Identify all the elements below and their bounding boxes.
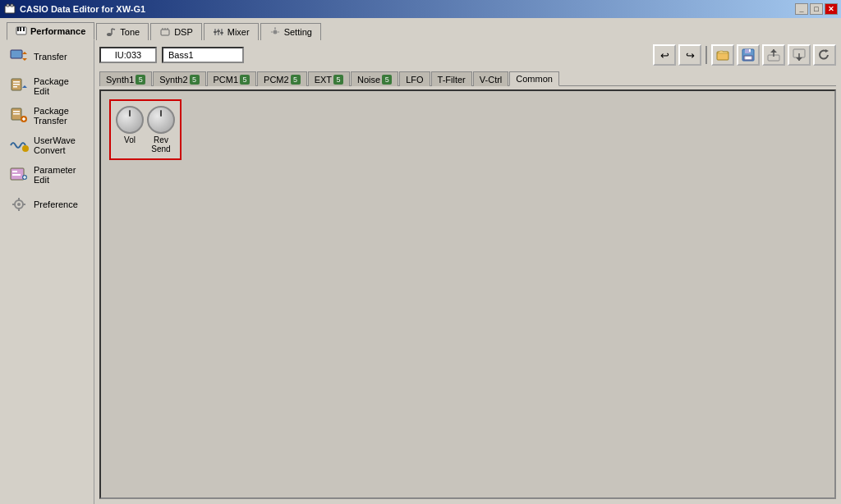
sidebar-item-userwave-convert-label: UserWaveConvert: [34, 135, 76, 155]
sub-tab-v-ctrl-label: V-Ctrl: [480, 75, 503, 85]
svg-rect-30: [13, 111, 20, 112]
content-area: Transfer PackageEdit: [0, 39, 841, 504]
app-icon: [3, 2, 16, 16]
tab-tone-label: Tone: [120, 27, 140, 37]
svg-rect-25: [13, 81, 20, 83]
transfer-icon: [9, 47, 29, 66]
sub-tab-noise-badge: 5: [382, 75, 392, 85]
rev-send-knob[interactable]: [147, 106, 175, 134]
svg-point-20: [273, 30, 277, 34]
vol-knob[interactable]: [116, 106, 144, 134]
sidebar-item-parameter-edit-label: ParameterEdit: [34, 165, 76, 185]
maximize-button[interactable]: □: [810, 3, 823, 15]
sub-tab-synth2[interactable]: Synth2 5: [153, 71, 205, 86]
save-button[interactable]: [737, 44, 760, 66]
svg-line-9: [112, 29, 115, 30]
right-panel: IU:033 ↩ ↪: [94, 39, 841, 504]
sub-tab-ext[interactable]: EXT 5: [308, 71, 350, 86]
vol-knob-item: Vol: [116, 106, 144, 144]
tab-setting[interactable]: Setting: [260, 23, 321, 40]
sidebar-item-preference[interactable]: Preference: [3, 190, 90, 218]
sub-tab-synth2-badge: 5: [190, 75, 200, 85]
sub-tab-common[interactable]: Common: [509, 71, 559, 86]
open-button[interactable]: [711, 44, 734, 66]
tab-mixer[interactable]: Mixer: [204, 23, 259, 40]
svg-marker-22: [22, 52, 27, 54]
svg-rect-53: [749, 49, 751, 52]
sidebar-item-transfer-label: Transfer: [34, 52, 67, 62]
sidebar-item-package-edit-label: PackageEdit: [34, 76, 69, 96]
sub-tab-noise[interactable]: Noise 5: [351, 71, 398, 86]
tab-setting-label: Setting: [284, 27, 312, 37]
svg-rect-4: [17, 27, 19, 31]
download-button[interactable]: [788, 44, 811, 66]
svg-marker-56: [770, 49, 777, 53]
sub-tab-pcm2[interactable]: PCM2 5: [257, 71, 307, 86]
svg-point-35: [22, 145, 29, 152]
undo-button[interactable]: ↩: [653, 44, 676, 66]
svg-rect-52: [746, 57, 751, 59]
toolbar-right: ↩ ↪: [653, 44, 836, 66]
app-title: CASIO Data Editor for XW-G1: [20, 4, 145, 14]
id-field: IU:033: [99, 47, 157, 63]
svg-rect-21: [11, 50, 22, 58]
tab-performance[interactable]: Performance: [7, 22, 94, 40]
common-knob-group: Vol RevSend: [109, 99, 182, 160]
package-edit-icon: [9, 76, 29, 96]
sidebar-item-parameter-edit[interactable]: ParameterEdit: [3, 161, 90, 189]
gear-icon: [269, 26, 281, 38]
main-content-panel: Vol RevSend: [99, 89, 836, 499]
sidebar-item-preference-label: Preference: [34, 199, 78, 209]
svg-marker-60: [825, 49, 829, 53]
upload-button[interactable]: [762, 44, 785, 66]
piano-icon: [16, 25, 27, 37]
name-field[interactable]: [162, 47, 244, 63]
tab-performance-label: Performance: [30, 26, 85, 36]
rev-send-knob-item: RevSend: [147, 106, 175, 153]
rev-send-knob-label: RevSend: [151, 135, 170, 153]
svg-point-7: [107, 33, 112, 36]
svg-rect-10: [161, 30, 169, 35]
sub-tab-synth1-badge: 5: [136, 75, 145, 85]
tab-dsp-label: DSP: [174, 27, 193, 37]
main-window: Performance Tone DSP: [0, 18, 841, 504]
window-controls: _ □ ✕: [795, 3, 838, 15]
minimize-button[interactable]: _: [795, 3, 808, 15]
svg-rect-27: [13, 86, 17, 88]
sub-tab-ext-label: EXT: [315, 75, 332, 85]
svg-rect-26: [13, 84, 20, 85]
vol-knob-label: Vol: [124, 135, 136, 144]
sidebar-item-transfer[interactable]: Transfer: [3, 43, 90, 71]
sub-tab-synth2-label: Synth2: [159, 75, 187, 85]
svg-rect-5: [20, 27, 21, 31]
redo-button[interactable]: ↪: [678, 44, 701, 66]
svg-rect-38: [12, 174, 21, 176]
close-button[interactable]: ✕: [825, 3, 838, 15]
sub-tab-pcm1[interactable]: PCM1 5: [207, 71, 257, 86]
sub-tab-t-filter-label: T-Filter: [438, 75, 466, 85]
toolbar-left: IU:033: [99, 47, 244, 63]
sub-tab-lfo[interactable]: LFO: [399, 71, 430, 86]
svg-rect-37: [12, 171, 17, 172]
svg-rect-31: [13, 113, 20, 115]
svg-rect-0: [5, 6, 15, 13]
toolbar-row: IU:033 ↩ ↪: [99, 44, 836, 66]
tab-tone[interactable]: Tone: [96, 23, 149, 40]
sub-tab-t-filter[interactable]: T-Filter: [431, 71, 472, 86]
sidebar-item-package-transfer[interactable]: PackageTransfer: [3, 102, 90, 130]
sub-tab-pcm2-badge: 5: [291, 75, 301, 85]
refresh-button[interactable]: [813, 44, 836, 66]
tab-dsp[interactable]: DSP: [150, 23, 202, 40]
sidebar-item-userwave-convert[interactable]: UserWaveConvert: [3, 131, 90, 159]
sidebar-item-package-edit[interactable]: PackageEdit: [3, 72, 90, 100]
svg-marker-28: [22, 85, 27, 88]
title-bar: CASIO Data Editor for XW-G1 _ □ ✕: [0, 0, 841, 18]
sub-tab-ext-badge: 5: [333, 75, 343, 85]
svg-rect-1: [7, 4, 9, 7]
sub-tab-synth1[interactable]: Synth1 5: [99, 71, 152, 86]
sub-tab-v-ctrl[interactable]: V-Ctrl: [473, 71, 509, 86]
sidebar: Transfer PackageEdit: [0, 39, 94, 504]
svg-rect-6: [23, 27, 25, 31]
wave-icon: [9, 135, 29, 155]
package-transfer-icon: [9, 106, 29, 126]
